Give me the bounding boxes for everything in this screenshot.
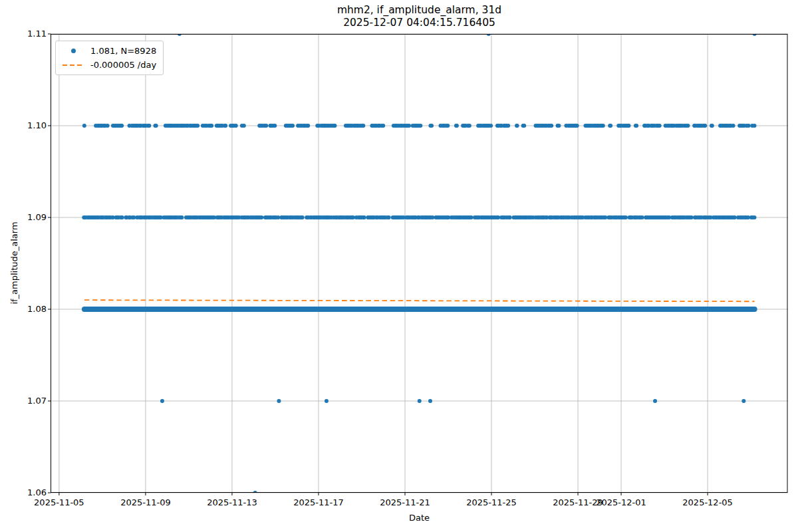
x-tick-label: 2025-11-17 [282, 497, 355, 507]
scatter-row-1.09 [82, 215, 756, 219]
legend-entry-trend: -0.000005 /day [61, 58, 156, 72]
axis-ticks [48, 34, 708, 495]
x-tick-label: 2025-11-05 [23, 497, 96, 507]
gridlines [51, 34, 789, 493]
x-axis-label: Date [51, 513, 788, 523]
x-tick-label: 2025-11-09 [109, 497, 182, 507]
chart-figure: mhm2, if_amplitude_alarm, 31d 2025-12-07… [0, 0, 798, 532]
y-tick-label: 1.10 [0, 120, 47, 130]
trend-line [84, 300, 755, 301]
plot-canvas [0, 0, 798, 532]
x-tick-label: 2025-12-05 [671, 497, 744, 507]
legend: 1.081, N=8928 -0.000005 /day [55, 41, 164, 75]
y-tick-label: 1.09 [0, 212, 47, 222]
x-tick-label: 2025-11-25 [455, 497, 528, 507]
chart-title-line2: 2025-12-07 04:04:15.716405 [51, 17, 788, 29]
x-tick-label: 2025-11-13 [196, 497, 269, 507]
y-tick-label: 1.11 [0, 29, 47, 39]
legend-label-mean: 1.081, N=8928 [90, 46, 156, 56]
chart-title-line1: mhm2, if_amplitude_alarm, 31d [51, 4, 788, 17]
plot-border [51, 35, 788, 493]
trend-line-swatch [61, 65, 85, 66]
y-axis-label: if_amplitude_alarm [9, 210, 19, 317]
scatter-row-1.1 [82, 124, 757, 128]
legend-entry-mean: 1.081, N=8928 [61, 44, 156, 58]
y-tick-label: 1.06 [0, 487, 47, 497]
y-tick-label: 1.08 [0, 304, 47, 314]
y-tick-label: 1.07 [0, 396, 47, 406]
scatter-marker-swatch [61, 49, 85, 53]
scatter-dot-icon [71, 49, 76, 53]
dashed-line-icon [63, 65, 84, 66]
x-tick-label: 2025-11-21 [368, 497, 442, 507]
chart-title: mhm2, if_amplitude_alarm, 31d 2025-12-07… [51, 4, 788, 29]
legend-label-trend: -0.000005 /day [90, 60, 156, 70]
scatter-series [82, 32, 756, 495]
x-tick-label: 2025-12-01 [585, 497, 658, 507]
